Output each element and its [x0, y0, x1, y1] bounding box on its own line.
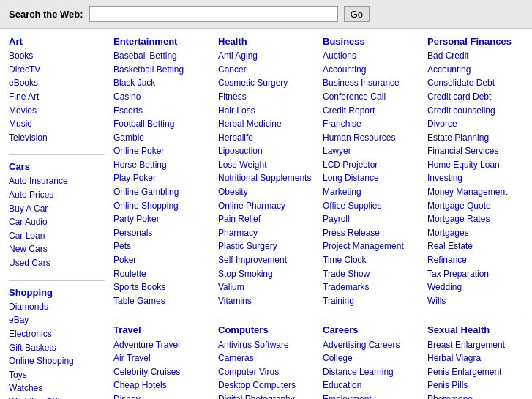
list-item[interactable]: Toys: [9, 368, 105, 382]
list-item[interactable]: Business: [323, 34, 419, 49]
list-item[interactable]: Online Shopping: [9, 354, 105, 368]
list-item[interactable]: Self Improvement: [218, 253, 314, 267]
list-item[interactable]: Sexual Health: [427, 323, 523, 338]
list-item[interactable]: Desktop Computers: [218, 379, 314, 392]
list-item[interactable]: Computer Virus: [218, 365, 314, 379]
list-item[interactable]: LCD Projector: [323, 158, 419, 172]
list-item[interactable]: Disney: [113, 392, 209, 399]
list-item[interactable]: Credit card Debt: [427, 90, 523, 104]
list-item[interactable]: Diamonds: [9, 300, 105, 314]
list-item[interactable]: Party Poker: [113, 212, 209, 226]
list-item[interactable]: Tax Preparation: [427, 267, 523, 281]
list-item[interactable]: Estate Planning: [427, 131, 523, 145]
list-item[interactable]: Vitamins: [218, 294, 314, 308]
list-item[interactable]: Wills: [427, 294, 523, 308]
list-item[interactable]: Distance Learning: [323, 365, 419, 379]
list-item[interactable]: Real Estate: [427, 239, 523, 253]
list-item[interactable]: Employment: [323, 392, 419, 399]
list-item[interactable]: Gift Baskets: [9, 341, 105, 355]
list-item[interactable]: Trademarks: [323, 280, 419, 294]
list-item[interactable]: Money Management: [427, 185, 523, 199]
list-item[interactable]: Accounting: [427, 63, 523, 77]
list-item[interactable]: Credit counseling: [427, 104, 523, 118]
list-item[interactable]: Valium: [218, 280, 314, 294]
list-item[interactable]: Adventure Travel: [113, 338, 209, 352]
list-item[interactable]: Mortgages: [427, 226, 523, 240]
list-item[interactable]: Hair Loss: [218, 104, 314, 118]
list-item[interactable]: Electronics: [9, 327, 105, 341]
list-item[interactable]: Movies: [9, 104, 105, 118]
list-item[interactable]: Herbal Medicine: [218, 117, 314, 131]
list-item[interactable]: Trade Show: [323, 267, 419, 281]
list-item[interactable]: Training: [323, 294, 419, 308]
list-item[interactable]: Football Betting: [113, 117, 209, 131]
list-item[interactable]: Business Insurance: [323, 76, 419, 90]
list-item[interactable]: Pharmacy: [218, 226, 314, 240]
list-item[interactable]: Mortgage Quote: [427, 199, 523, 213]
list-item[interactable]: Credit Report: [323, 104, 419, 118]
list-item[interactable]: Celebrity Cruises: [113, 365, 209, 379]
list-item[interactable]: Antivirus Software: [218, 338, 314, 352]
list-item[interactable]: Cancer: [218, 63, 314, 77]
list-item[interactable]: Liposuction: [218, 144, 314, 158]
list-item[interactable]: Online Pharmacy: [218, 199, 314, 213]
list-item[interactable]: Marketing: [323, 185, 419, 199]
list-item[interactable]: Television: [9, 131, 105, 145]
list-item[interactable]: Art: [9, 34, 105, 49]
list-item[interactable]: Financial Services: [427, 144, 523, 158]
list-item[interactable]: Stop Smoking: [218, 267, 314, 281]
list-item[interactable]: Wedding: [427, 280, 523, 294]
list-item[interactable]: Entertainment: [113, 34, 209, 49]
list-item[interactable]: Music: [9, 117, 105, 131]
list-item[interactable]: Roulette: [113, 267, 209, 281]
list-item[interactable]: Plastic Surgery: [218, 239, 314, 253]
list-item[interactable]: Time Clock: [323, 253, 419, 267]
list-item[interactable]: Digital Photography: [218, 392, 314, 399]
list-item[interactable]: Pheromone: [427, 392, 523, 399]
list-item[interactable]: Home Equity Loan: [427, 158, 523, 172]
list-item[interactable]: Buy A Car: [9, 202, 105, 216]
list-item[interactable]: Auctions: [323, 49, 419, 63]
list-item[interactable]: Car Loan: [9, 229, 105, 243]
list-item[interactable]: Penis Enlargement: [427, 365, 523, 379]
list-item[interactable]: Anti Aging: [218, 49, 314, 63]
list-item[interactable]: Personals: [113, 226, 209, 240]
list-item[interactable]: Franchise: [323, 117, 419, 131]
list-item[interactable]: Sports Books: [113, 280, 209, 294]
list-item[interactable]: Education: [323, 379, 419, 392]
list-item[interactable]: Books: [9, 49, 105, 63]
list-item[interactable]: Watches: [9, 381, 105, 395]
list-item[interactable]: Health: [218, 34, 314, 49]
list-item[interactable]: College: [323, 351, 419, 365]
list-item[interactable]: Used Cars: [9, 256, 105, 270]
list-item[interactable]: New Cars: [9, 242, 105, 256]
list-item[interactable]: Careers: [323, 323, 419, 338]
list-item[interactable]: Pain Relief: [218, 212, 314, 226]
list-item[interactable]: Wedding Gift: [9, 395, 105, 399]
list-item[interactable]: Office Supplies: [323, 199, 419, 213]
list-item[interactable]: Cars: [9, 160, 105, 174]
list-item[interactable]: Lawyer: [323, 144, 419, 158]
list-item[interactable]: Long Distance: [323, 171, 419, 185]
list-item[interactable]: Car Audio: [9, 215, 105, 229]
list-item[interactable]: Cameras: [218, 351, 314, 365]
list-item[interactable]: Cheap Hotels: [113, 379, 209, 392]
list-item[interactable]: Payroll: [323, 212, 419, 226]
list-item[interactable]: Advertising Careers: [323, 338, 419, 352]
list-item[interactable]: Bad Credit: [427, 49, 523, 63]
list-item[interactable]: Human Resources: [323, 131, 419, 145]
list-item[interactable]: Nutritional Supplements: [218, 171, 314, 185]
list-item[interactable]: Gamble: [113, 131, 209, 145]
list-item[interactable]: Investing: [427, 171, 523, 185]
list-item[interactable]: DirecTV: [9, 63, 105, 77]
list-item[interactable]: Auto Prices: [9, 188, 105, 202]
go-button[interactable]: Go: [344, 6, 370, 22]
list-item[interactable]: Mortgage Rates: [427, 212, 523, 226]
list-item[interactable]: Table Games: [113, 294, 209, 308]
list-item[interactable]: Escorts: [113, 104, 209, 118]
list-item[interactable]: Lose Weight: [218, 158, 314, 172]
list-item[interactable]: Auto Insurance: [9, 174, 105, 188]
list-item[interactable]: Play Poker: [113, 171, 209, 185]
list-item[interactable]: Conference Call: [323, 90, 419, 104]
list-item[interactable]: Baseball Betting: [113, 49, 209, 63]
